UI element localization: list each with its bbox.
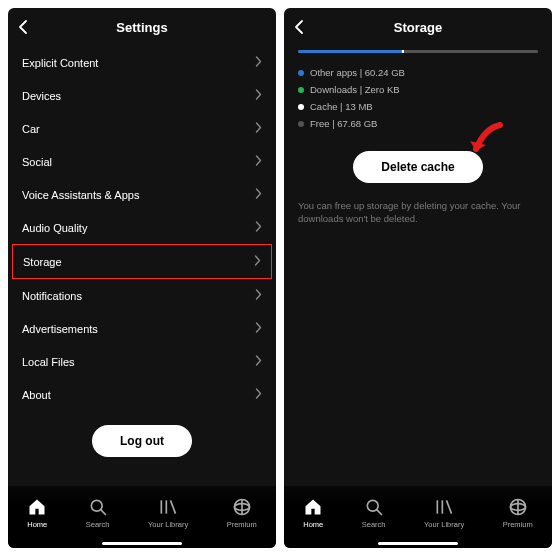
legend-item: Other apps | 60.24 GB — [298, 67, 538, 78]
header: Storage — [284, 8, 552, 46]
header: Settings — [8, 8, 276, 46]
settings-item-label: Car — [22, 123, 40, 135]
chevron-right-icon — [255, 221, 262, 234]
nav-label: Search — [86, 520, 110, 529]
storage-content: Other apps | 60.24 GBDownloads | Zero KB… — [284, 46, 552, 486]
search-icon — [364, 497, 384, 517]
settings-item-storage[interactable]: Storage — [12, 244, 272, 279]
bottom-nav: HomeSearchYour LibraryPremium — [8, 486, 276, 548]
home-indicator — [378, 542, 458, 545]
logout-button[interactable]: Log out — [92, 425, 192, 457]
legend-label: Free | 67.68 GB — [310, 118, 377, 129]
home-indicator — [102, 542, 182, 545]
library-icon — [158, 497, 178, 517]
bottom-nav: HomeSearchYour LibraryPremium — [284, 486, 552, 548]
legend-dot-icon — [298, 104, 304, 110]
settings-item-label: Storage — [23, 256, 62, 268]
chevron-right-icon — [255, 188, 262, 201]
nav-search[interactable]: Search — [86, 497, 110, 529]
chevron-right-icon — [255, 89, 262, 102]
nav-home[interactable]: Home — [27, 497, 47, 529]
storage-hint: You can free up storage by deleting your… — [298, 199, 538, 226]
legend-label: Other apps | 60.24 GB — [310, 67, 405, 78]
chevron-right-icon — [255, 56, 262, 69]
settings-item-label: Devices — [22, 90, 61, 102]
chevron-right-icon — [254, 255, 261, 268]
legend-dot-icon — [298, 121, 304, 127]
settings-item-label: Social — [22, 156, 52, 168]
legend-label: Downloads | Zero KB — [310, 84, 400, 95]
chevron-right-icon — [255, 122, 262, 135]
settings-item-label: Voice Assistants & Apps — [22, 189, 139, 201]
nav-label: Home — [303, 520, 323, 529]
legend-dot-icon — [298, 70, 304, 76]
settings-item-label: Local Files — [22, 356, 75, 368]
legend-item: Downloads | Zero KB — [298, 84, 538, 95]
settings-item-label: Advertisements — [22, 323, 98, 335]
page-title: Storage — [394, 20, 442, 35]
home-icon — [27, 497, 47, 517]
nav-label: Premium — [227, 520, 257, 529]
storage-bar — [298, 50, 538, 53]
settings-item-explicit-content[interactable]: Explicit Content — [22, 46, 262, 79]
svg-line-8 — [377, 510, 382, 515]
settings-item-car[interactable]: Car — [22, 112, 262, 145]
settings-item-label: Explicit Content — [22, 57, 98, 69]
nav-search[interactable]: Search — [362, 497, 386, 529]
storage-bar-segment — [298, 50, 401, 53]
legend-label: Cache | 13 MB — [310, 101, 373, 112]
settings-item-about[interactable]: About — [22, 378, 262, 411]
premium-icon — [508, 497, 528, 517]
legend-dot-icon — [298, 87, 304, 93]
storage-bar-segment — [404, 50, 538, 53]
settings-item-notifications[interactable]: Notifications — [22, 279, 262, 312]
nav-label: Your Library — [424, 520, 464, 529]
settings-item-label: About — [22, 389, 51, 401]
back-button[interactable] — [18, 19, 28, 35]
settings-item-advertisements[interactable]: Advertisements — [22, 312, 262, 345]
settings-item-local-files[interactable]: Local Files — [22, 345, 262, 378]
legend-item: Cache | 13 MB — [298, 101, 538, 112]
settings-item-devices[interactable]: Devices — [22, 79, 262, 112]
callout-arrow-icon — [460, 121, 504, 169]
settings-screen: Settings Explicit ContentDevicesCarSocia… — [8, 8, 276, 548]
chevron-right-icon — [255, 355, 262, 368]
home-icon — [303, 497, 323, 517]
back-button[interactable] — [294, 19, 304, 35]
library-icon — [434, 497, 454, 517]
settings-item-label: Notifications — [22, 290, 82, 302]
chevron-right-icon — [255, 388, 262, 401]
nav-premium[interactable]: Premium — [503, 497, 533, 529]
chevron-right-icon — [255, 155, 262, 168]
nav-label: Your Library — [148, 520, 188, 529]
chevron-right-icon — [255, 289, 262, 302]
search-icon — [88, 497, 108, 517]
storage-screen: Storage Other apps | 60.24 GBDownloads |… — [284, 8, 552, 548]
nav-premium[interactable]: Premium — [227, 497, 257, 529]
nav-label: Home — [27, 520, 47, 529]
nav-your-library[interactable]: Your Library — [424, 497, 464, 529]
premium-icon — [232, 497, 252, 517]
settings-item-social[interactable]: Social — [22, 145, 262, 178]
settings-item-audio-quality[interactable]: Audio Quality — [22, 211, 262, 244]
nav-your-library[interactable]: Your Library — [148, 497, 188, 529]
settings-list: Explicit ContentDevicesCarSocialVoice As… — [8, 46, 276, 486]
chevron-right-icon — [255, 322, 262, 335]
nav-label: Search — [362, 520, 386, 529]
page-title: Settings — [116, 20, 167, 35]
nav-label: Premium — [503, 520, 533, 529]
nav-home[interactable]: Home — [303, 497, 323, 529]
settings-item-label: Audio Quality — [22, 222, 87, 234]
settings-item-voice-assistants-apps[interactable]: Voice Assistants & Apps — [22, 178, 262, 211]
svg-line-1 — [101, 510, 106, 515]
